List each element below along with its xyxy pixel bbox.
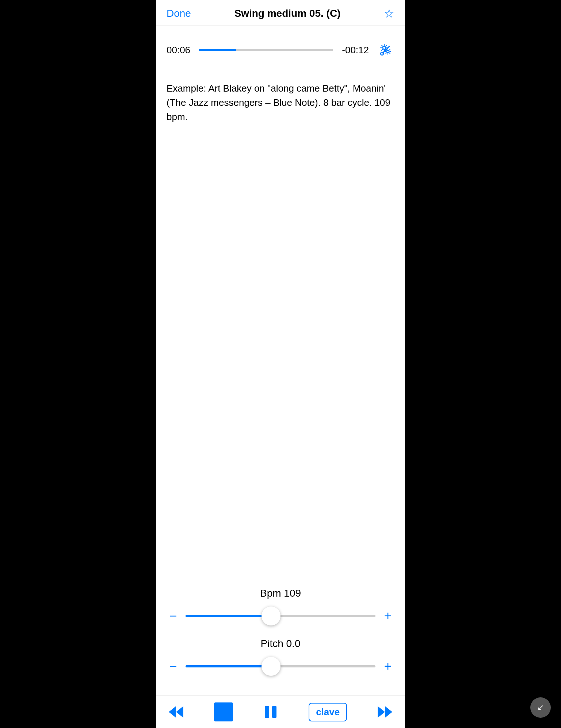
bpm-slider-track [186,615,375,617]
pause-button[interactable] [261,702,280,721]
bpm-label: Bpm 109 [167,588,394,599]
stop-button[interactable] [214,702,233,721]
pitch-label: Pitch 0.0 [167,638,394,650]
current-time: 00:06 [167,45,192,56]
corner-button[interactable]: ↙ [530,697,551,718]
bpm-plus-button[interactable]: + [381,608,394,624]
description-text: Example: Art Blakey on "along came Betty… [156,67,405,580]
bpm-slider-group: Bpm 109 − + [167,588,394,627]
progress-bar-fill [199,49,236,51]
bpm-slider-fill [186,615,271,617]
page-title: Swing medium 05. (C) [191,8,384,19]
transport-bar: clave [156,696,405,728]
progress-bar[interactable] [199,49,333,51]
svg-point-0 [383,46,386,49]
pitch-slider-track [186,665,375,667]
pitch-slider-track-container[interactable] [186,655,375,677]
clave-button[interactable]: clave [309,703,347,721]
pitch-slider-row: − + [167,655,394,677]
corner-icon: ↙ [537,703,544,712]
svg-marker-4 [169,706,176,718]
bpm-minus-button[interactable]: − [167,608,180,624]
svg-marker-8 [378,706,385,718]
remaining-time: -00:12 [340,45,369,56]
phone-container: Done Swing medium 05. (C) ☆ 00:06 -00:12 [156,0,405,728]
svg-point-1 [387,50,389,53]
svg-marker-5 [176,706,183,718]
pitch-slider-thumb[interactable] [262,657,280,676]
progress-section: 00:06 -00:12 [156,26,405,67]
svg-rect-6 [265,706,269,718]
header: Done Swing medium 05. (C) ☆ [156,0,405,26]
favorite-button[interactable]: ☆ [384,7,394,20]
controls-section: Bpm 109 − + Pitch 0.0 − [156,580,405,696]
svg-point-3 [381,52,383,55]
done-button[interactable]: Done [167,8,191,19]
bpm-slider-row: − + [167,605,394,627]
forward-button[interactable] [375,702,394,721]
bpm-slider-thumb[interactable] [262,606,280,625]
rewind-button[interactable] [167,702,186,721]
pitch-minus-button[interactable]: − [167,659,180,674]
svg-rect-7 [272,706,276,718]
pitch-plus-button[interactable]: + [381,659,394,674]
svg-marker-9 [385,706,392,718]
pitch-slider-group: Pitch 0.0 − + [167,638,394,677]
bpm-slider-track-container[interactable] [186,605,375,627]
pitch-slider-fill [186,665,271,667]
settings-icon[interactable] [375,41,394,59]
